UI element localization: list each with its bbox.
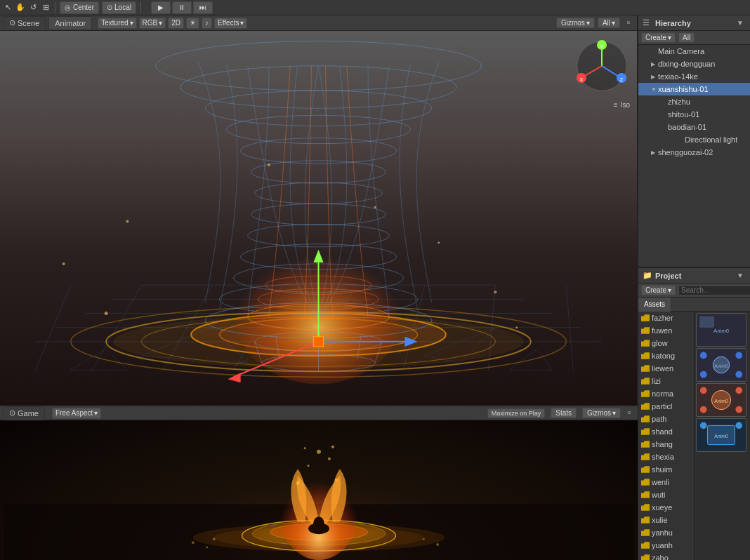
- folder-icon: [641, 377, 650, 385]
- stats-button[interactable]: Stats: [551, 408, 577, 418]
- asset-thumb-1[interactable]: Anim0: [696, 348, 746, 382]
- folder-item-3[interactable]: katong: [638, 349, 694, 362]
- 2d-toggle[interactable]: 2D: [168, 18, 184, 29]
- audio-toggle[interactable]: ♪: [202, 18, 212, 29]
- svg-point-90: [308, 465, 310, 467]
- hierarchy-list: Main Camera ▶ dixing-dengguan ▶ texiao-1…: [638, 45, 750, 267]
- folder-item-18[interactable]: yuanh: [638, 539, 694, 552]
- scene-menu-btn[interactable]: ≡: [623, 18, 634, 29]
- folder-icon: [641, 427, 650, 436]
- pause-button[interactable]: ⏸: [172, 1, 192, 14]
- folder-item-4[interactable]: liewen: [638, 362, 694, 375]
- folder-item-10[interactable]: shang: [638, 438, 694, 451]
- hierarchy-icon: ☰: [643, 18, 652, 28]
- folder-icon: [641, 491, 650, 499]
- hierarchy-item-0[interactable]: Main Camera: [638, 45, 750, 58]
- local-button[interactable]: ⊙ Local: [102, 1, 136, 14]
- separator-1: [55, 2, 55, 13]
- folder-item-5[interactable]: lizi: [638, 375, 694, 387]
- maximize-on-play-button[interactable]: Maximize on Play: [487, 408, 546, 418]
- move-cursor-icon: ↖: [3, 3, 13, 13]
- hierarchy-all-btn[interactable]: All: [678, 32, 695, 43]
- hierarchy-panel: ☰ Hierarchy ▼ Create ▾ All Main Camera: [638, 15, 750, 268]
- svg-point-108: [700, 387, 707, 394]
- game-toolbar: ⊙ Game Free Aspect ▾ Maximize on Play St…: [0, 405, 638, 420]
- project-create-btn[interactable]: Create ▾: [641, 285, 676, 295]
- center-button[interactable]: ◎ Center: [60, 1, 99, 14]
- hierarchy-item-2[interactable]: ▶ texiao-14ke: [638, 70, 750, 83]
- scene-view: ⊙ Scene Animator Textured ▾ RGB ▾: [0, 15, 638, 405]
- tab-animator[interactable]: Animator: [48, 16, 92, 30]
- folder-item-0[interactable]: fazher: [638, 312, 694, 324]
- render-mode-dropdown[interactable]: Textured ▾: [98, 18, 136, 29]
- scene-canvas: Y Z X ≡ Iso: [0, 31, 637, 405]
- svg-point-31: [180, 66, 456, 108]
- asset-thumb-2[interactable]: Anim0: [696, 383, 746, 417]
- folder-icon: [641, 453, 650, 461]
- hierarchy-item-8[interactable]: ▶ shengguozai-02: [638, 146, 750, 159]
- folder-icon: [641, 478, 650, 486]
- folder-item-16[interactable]: xulie: [638, 514, 694, 526]
- fx-button[interactable]: Effects ▾: [214, 18, 247, 29]
- project-toolbar: Create ▾: [638, 284, 750, 298]
- hierarchy-item-5[interactable]: shitou-01: [638, 108, 750, 121]
- assets-panel: Anim0 Anim0: [694, 312, 750, 560]
- folder-icon: [641, 503, 650, 512]
- project-tab-assets[interactable]: Assets: [638, 298, 671, 312]
- svg-point-110: [700, 406, 707, 413]
- game-menu-btn[interactable]: ≡: [624, 408, 635, 419]
- folder-item-6[interactable]: norma: [638, 387, 694, 400]
- folder-icon: [641, 326, 650, 335]
- iso-label: ≡ Iso: [614, 101, 630, 109]
- folder-icon: [641, 516, 650, 524]
- folder-item-9[interactable]: shand: [638, 425, 694, 438]
- svg-point-102: [735, 352, 742, 359]
- step-button[interactable]: ⏭: [193, 1, 213, 14]
- scene-svg: [0, 31, 637, 405]
- folder-item-15[interactable]: xueye: [638, 501, 694, 514]
- project-collapse-btn[interactable]: ▼: [735, 270, 746, 281]
- folder-item-2[interactable]: glow: [638, 337, 694, 349]
- svg-point-81: [206, 547, 208, 549]
- hierarchy-collapse-btn[interactable]: ▼: [735, 18, 746, 29]
- axis-gizmo[interactable]: Y Z X: [574, 38, 630, 94]
- folder-item-13[interactable]: wenli: [638, 476, 694, 488]
- hand-tool-icon: ✋: [15, 3, 25, 13]
- project-search-input[interactable]: [678, 286, 750, 295]
- folder-item-8[interactable]: path: [638, 413, 694, 425]
- folder-item-12[interactable]: shuim: [638, 463, 694, 476]
- svg-point-101: [700, 352, 707, 359]
- hierarchy-item-4[interactable]: zhizhu: [638, 95, 750, 108]
- aspect-dropdown[interactable]: Free Aspect ▾: [52, 408, 101, 419]
- folder-item-14[interactable]: wuti: [638, 488, 694, 501]
- tab-game[interactable]: ⊙ Game: [3, 406, 45, 420]
- svg-text:Anim0: Anim0: [714, 364, 728, 368]
- lighting-toggle[interactable]: ☀: [186, 18, 199, 29]
- svg-point-91: [328, 458, 331, 460]
- color-mode-dropdown[interactable]: RGB ▾: [139, 18, 166, 29]
- tab-scene[interactable]: ⊙ Scene: [3, 16, 46, 30]
- gizmos-button[interactable]: Gizmos ▾: [556, 18, 595, 28]
- hierarchy-item-7[interactable]: Directional light: [638, 133, 750, 146]
- hierarchy-item-6[interactable]: baodian-01: [638, 121, 750, 133]
- hierarchy-item-3[interactable]: ▼ xuanshishu-01: [638, 83, 750, 95]
- scene-toolbar: ⊙ Scene Animator Textured ▾ RGB ▾: [0, 15, 637, 31]
- play-button[interactable]: ▶: [151, 1, 171, 14]
- folder-item-7[interactable]: particl: [638, 400, 694, 413]
- game-gizmos-button[interactable]: Gizmos ▾: [582, 408, 621, 418]
- layers-button[interactable]: All ▾: [598, 18, 620, 28]
- svg-point-89: [335, 479, 338, 481]
- svg-point-93: [304, 447, 306, 449]
- asset-thumb-3[interactable]: Anim0: [696, 418, 746, 452]
- svg-rect-97: [700, 317, 713, 328]
- asset-thumb-0[interactable]: Anim0: [696, 313, 746, 347]
- hierarchy-item-1[interactable]: ▶ dixing-dengguan: [638, 58, 750, 70]
- svg-point-52: [105, 312, 108, 315]
- folder-item-11[interactable]: shexia: [638, 451, 694, 463]
- folder-item-1[interactable]: fuwen: [638, 324, 694, 337]
- folder-item-19[interactable]: zabo: [638, 552, 694, 560]
- folder-item-17[interactable]: yanhu: [638, 526, 694, 539]
- svg-point-56: [515, 326, 518, 328]
- svg-text:Anim0: Anim0: [714, 399, 728, 404]
- hierarchy-create-btn[interactable]: Create ▾: [641, 32, 676, 43]
